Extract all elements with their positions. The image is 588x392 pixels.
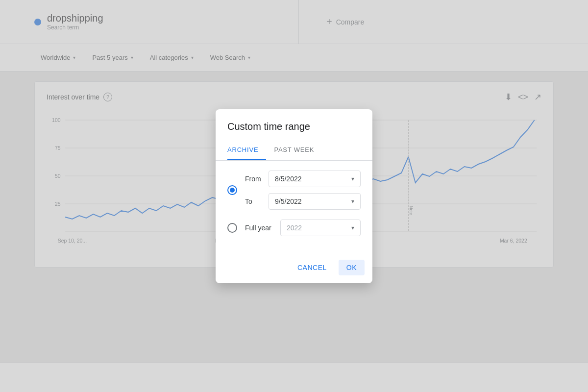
tab-archive[interactable]: ARCHIVE bbox=[227, 140, 266, 160]
from-label: From bbox=[245, 175, 263, 183]
to-date-value: 9/5/2022 bbox=[275, 197, 302, 205]
tab-past-week-label: PAST WEEK bbox=[274, 146, 314, 153]
date-range-fields: From 8/5/2022 ▾ To 9/5/2022 ▾ bbox=[245, 171, 361, 210]
full-year-arrow-icon: ▾ bbox=[351, 224, 354, 231]
from-date-value: 8/5/2022 bbox=[275, 175, 302, 183]
modal-body: From 8/5/2022 ▾ To 9/5/2022 ▾ bbox=[216, 161, 372, 256]
ok-button[interactable]: OK bbox=[339, 260, 365, 275]
cancel-button[interactable]: CANCEL bbox=[290, 260, 335, 275]
to-date-select[interactable]: 9/5/2022 ▾ bbox=[269, 193, 361, 210]
modal-overlay: Custom time range ARCHIVE PAST WEEK From bbox=[0, 0, 588, 392]
full-year-select[interactable]: 2022 ▾ bbox=[280, 220, 361, 236]
tab-past-week[interactable]: PAST WEEK bbox=[274, 140, 322, 160]
from-date-arrow-icon: ▾ bbox=[351, 175, 354, 182]
to-label: To bbox=[245, 197, 263, 205]
from-field-row: From 8/5/2022 ▾ bbox=[245, 171, 361, 187]
date-range-radio[interactable] bbox=[227, 185, 237, 195]
to-field-row: To 9/5/2022 ▾ bbox=[245, 193, 361, 210]
modal-footer: CANCEL OK bbox=[216, 256, 372, 283]
full-year-value: 2022 bbox=[287, 224, 302, 232]
date-range-option: From 8/5/2022 ▾ To 9/5/2022 ▾ bbox=[227, 171, 361, 210]
full-year-label: Full year bbox=[245, 224, 274, 232]
full-year-option: Full year 2022 ▾ bbox=[227, 220, 361, 236]
modal-tabs: ARCHIVE PAST WEEK bbox=[216, 140, 372, 161]
to-date-arrow-icon: ▾ bbox=[351, 198, 354, 205]
modal-title: Custom time range bbox=[216, 109, 372, 132]
full-year-radio[interactable] bbox=[227, 223, 237, 233]
tab-archive-label: ARCHIVE bbox=[227, 146, 258, 153]
custom-time-range-modal: Custom time range ARCHIVE PAST WEEK From bbox=[216, 109, 372, 283]
from-date-select[interactable]: 8/5/2022 ▾ bbox=[269, 171, 361, 187]
